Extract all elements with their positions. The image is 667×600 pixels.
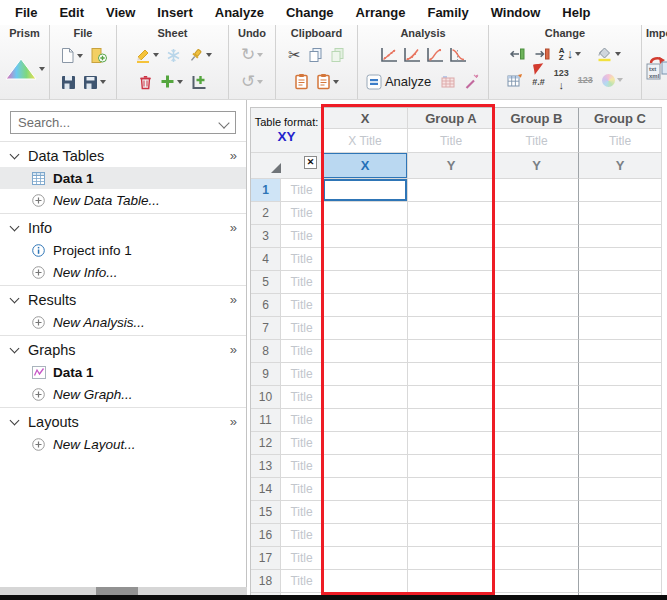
data-cell[interactable] [323, 478, 408, 501]
close-icon[interactable]: ✕ [304, 156, 317, 169]
column-axis-label[interactable]: X [323, 153, 408, 179]
sidebar-item-new-analysis[interactable]: New Analysis... [0, 311, 246, 333]
row-number[interactable]: 3 [251, 225, 281, 248]
data-cell[interactable] [323, 271, 408, 294]
exclude-values-button[interactable]: 123 [578, 76, 593, 85]
scrollbar-thumb[interactable] [96, 587, 138, 595]
fill-color-button[interactable] [596, 45, 621, 62]
sidebar-item-project-info-1[interactable]: Project info 1 [0, 239, 246, 261]
data-cell[interactable] [323, 294, 408, 317]
row-title-cell[interactable]: Title [281, 225, 323, 248]
row-number[interactable]: 15 [251, 501, 281, 524]
data-cell[interactable] [408, 547, 495, 570]
column-name[interactable]: X [323, 108, 408, 129]
row-number[interactable]: 13 [251, 455, 281, 478]
sidebar-item-new-graph[interactable]: New Graph... [0, 383, 246, 405]
move-column-left-button[interactable] [509, 47, 525, 61]
decimal-places-button[interactable]: #.# [532, 71, 545, 89]
data-cell[interactable] [408, 294, 495, 317]
row-title-cell[interactable]: Title [281, 317, 323, 340]
move-column-right-button[interactable] [534, 47, 550, 61]
row-title-cell[interactable]: Title [281, 455, 323, 478]
delete-sheet-button[interactable] [138, 74, 153, 90]
data-cell[interactable] [408, 501, 495, 524]
row-number[interactable]: 8 [251, 340, 281, 363]
freeze-sheet-button[interactable] [166, 48, 181, 63]
data-cell[interactable] [579, 501, 662, 524]
data-cell[interactable] [408, 202, 495, 225]
column-name[interactable]: Group B [495, 108, 579, 129]
row-title-cell[interactable]: Title [281, 501, 323, 524]
data-cell[interactable] [579, 294, 662, 317]
data-cell[interactable] [495, 363, 579, 386]
row-number[interactable]: 11 [251, 409, 281, 432]
data-cell[interactable] [323, 317, 408, 340]
data-cell[interactable] [408, 570, 495, 593]
data-cell[interactable] [579, 478, 662, 501]
data-cell[interactable] [408, 478, 495, 501]
paste-button[interactable] [294, 73, 309, 90]
data-cell[interactable] [579, 363, 662, 386]
data-cell[interactable] [408, 179, 495, 202]
menu-view[interactable]: View [95, 0, 146, 25]
row-title-cell[interactable]: Title [281, 363, 323, 386]
expand-icon[interactable]: » [230, 220, 237, 235]
row-title-cell[interactable]: Title [281, 524, 323, 547]
import-button[interactable]: txt xml [645, 56, 667, 82]
data-cell[interactable] [579, 271, 662, 294]
expand-icon[interactable]: » [230, 292, 237, 307]
menu-help[interactable]: Help [551, 0, 601, 25]
sidebar-horizontal-scrollbar[interactable] [0, 587, 247, 595]
open-file-button[interactable] [90, 47, 107, 64]
menu-file[interactable]: File [4, 0, 48, 25]
data-cell[interactable] [495, 455, 579, 478]
row-title-cell[interactable]: Title [281, 248, 323, 271]
row-title-cell[interactable]: Title [281, 179, 323, 202]
search-input[interactable] [10, 111, 236, 134]
menu-change[interactable]: Change [275, 0, 345, 25]
data-cell[interactable] [495, 179, 579, 202]
data-cell[interactable] [408, 455, 495, 478]
paste-link-button[interactable] [330, 47, 345, 63]
row-title-cell[interactable]: Title [281, 570, 323, 593]
expand-icon[interactable]: » [230, 342, 237, 357]
new-sheet-button[interactable] [160, 74, 183, 89]
number-format-button[interactable]: 123 ↓ [554, 69, 569, 92]
menu-insert[interactable]: Insert [146, 0, 203, 25]
row-number[interactable]: 6 [251, 294, 281, 317]
paste-special-button[interactable] [316, 73, 339, 90]
data-cell[interactable] [579, 225, 662, 248]
section-info[interactable]: Info » [0, 216, 246, 239]
sort-button[interactable]: AZ ↓ [559, 47, 581, 61]
select-all-triangle-icon[interactable] [271, 163, 281, 173]
data-cell[interactable] [408, 432, 495, 455]
row-number[interactable]: 2 [251, 202, 281, 225]
analyze-button[interactable]: Analyze [366, 74, 431, 90]
sidebar-item-new-data-table[interactable]: New Data Table... [0, 189, 246, 211]
data-cell[interactable] [579, 547, 662, 570]
data-cell[interactable] [323, 363, 408, 386]
grid-corner-select-cell[interactable]: ✕ [251, 153, 323, 179]
row-title-cell[interactable]: Title [281, 547, 323, 570]
data-cell[interactable] [495, 547, 579, 570]
data-cell[interactable] [408, 386, 495, 409]
data-cell[interactable] [579, 432, 662, 455]
column-name[interactable]: Group C [579, 108, 662, 129]
column-subtitle[interactable]: Title [579, 129, 662, 153]
row-number[interactable]: 1 [251, 179, 281, 202]
row-number[interactable]: 16 [251, 524, 281, 547]
menu-family[interactable]: Family [416, 0, 479, 25]
row-number[interactable]: 7 [251, 317, 281, 340]
data-cell[interactable] [408, 225, 495, 248]
data-cell[interactable] [579, 409, 662, 432]
column-subtitle[interactable]: Title [495, 129, 579, 153]
data-cell[interactable] [323, 432, 408, 455]
pin-sheet-button[interactable] [188, 47, 212, 63]
row-title-cell[interactable]: Title [281, 432, 323, 455]
menu-window[interactable]: Window [480, 0, 552, 25]
column-subtitle[interactable]: Title [408, 129, 495, 153]
data-cell[interactable] [408, 248, 495, 271]
data-cell[interactable] [495, 432, 579, 455]
data-cell[interactable] [579, 179, 662, 202]
data-cell[interactable] [495, 248, 579, 271]
